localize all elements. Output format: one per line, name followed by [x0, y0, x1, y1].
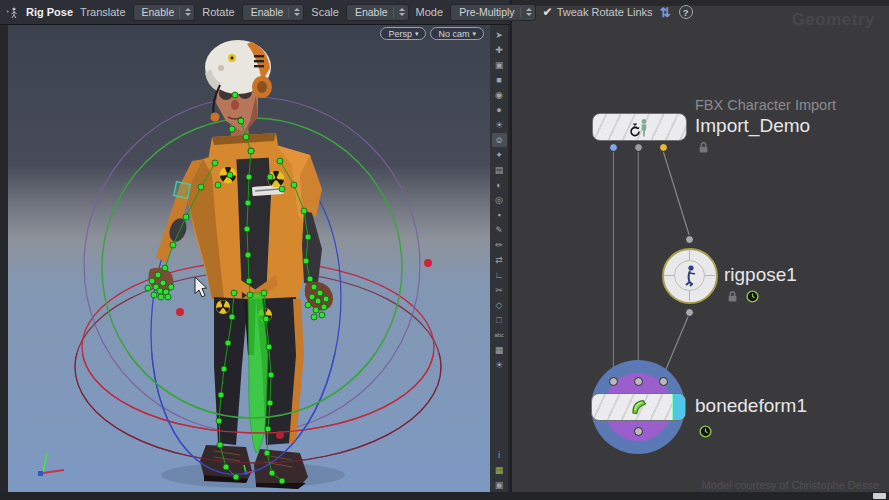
bonedeform-input-dot-3[interactable] — [659, 377, 668, 386]
skeleton-display-icon[interactable]: ✦ — [492, 148, 507, 162]
rig-control-point[interactable] — [305, 234, 311, 240]
rig-control-point[interactable] — [303, 258, 309, 264]
normals-icon[interactable]: ◎ — [492, 193, 507, 207]
rig-control-point[interactable] — [309, 294, 315, 300]
rig-control-point[interactable] — [313, 307, 319, 313]
transform-arrows-icon[interactable]: ⇄ — [492, 253, 507, 267]
rig-control-point[interactable] — [267, 400, 273, 406]
rig-control-point[interactable] — [261, 290, 267, 296]
rig-control-point[interactable] — [155, 272, 161, 278]
snapshot-icon[interactable]: ▣ — [492, 478, 507, 492]
rig-control-point[interactable] — [231, 290, 237, 296]
rotate-enable-dropdown[interactable]: Enable — [242, 4, 305, 21]
bonedeform-input-dot-1[interactable] — [609, 377, 618, 386]
rigpose-input-dot[interactable] — [685, 235, 694, 244]
rig-control-point[interactable] — [279, 186, 285, 192]
rig-control-point[interactable] — [269, 470, 275, 476]
rig-control-point[interactable] — [246, 174, 252, 180]
measure-icon[interactable]: ∟ — [492, 268, 507, 282]
rig-control-point[interactable] — [263, 316, 269, 322]
link-order-icon[interactable]: ⇅ — [660, 5, 671, 20]
text-overlay-icon[interactable]: abc — [492, 328, 507, 342]
bonedeform-flag-segment[interactable] — [672, 394, 685, 420]
rigpose-output-dot[interactable] — [685, 308, 694, 317]
rig-control-point[interactable] — [277, 158, 283, 164]
rig-control-point[interactable] — [245, 252, 251, 258]
rig-control-point[interactable] — [243, 134, 249, 140]
stop-icon[interactable]: □ — [492, 313, 507, 327]
visibility-icon[interactable]: ◉ — [492, 88, 507, 102]
bonedeform-output-dot[interactable] — [634, 427, 643, 436]
rig-control-point[interactable] — [158, 294, 164, 300]
rig-control-point[interactable] — [247, 292, 253, 298]
pan-view-icon[interactable]: ✚ — [492, 43, 507, 57]
background-image-icon[interactable]: ▦ — [492, 343, 507, 357]
rig-control-point[interactable] — [321, 304, 327, 310]
rig-control-point[interactable] — [168, 284, 174, 290]
rig-control-point[interactable] — [149, 278, 155, 284]
bottom-right-handle[interactable] — [873, 493, 886, 499]
rig-control-point[interactable] — [291, 182, 297, 188]
rig-control-point[interactable] — [311, 284, 317, 290]
snip-icon[interactable]: ✂ — [492, 283, 507, 297]
rig-control-point[interactable] — [170, 242, 176, 248]
info-icon[interactable]: i — [492, 448, 507, 462]
translate-enable-dropdown[interactable]: Enable — [133, 4, 196, 21]
rig-control-point[interactable] — [232, 92, 238, 98]
rig-control-point[interactable] — [323, 296, 329, 302]
rig-control-point[interactable] — [264, 450, 270, 456]
rig-control-point[interactable] — [317, 290, 323, 296]
rig-control-point[interactable] — [227, 172, 233, 178]
rig-control-point[interactable] — [223, 464, 229, 470]
network-editor-pane[interactable]: Geometry FBX Character Import Import_Dem… — [510, 0, 889, 500]
pencil-icon[interactable]: ✏ — [492, 238, 507, 252]
rig-control-point[interactable] — [319, 312, 325, 318]
rig-control-point[interactable] — [266, 344, 272, 350]
brush-icon[interactable]: ✎ — [492, 223, 507, 237]
rig-control-point[interactable] — [183, 214, 189, 220]
mode-dropdown[interactable]: Pre-Multiply — [450, 4, 535, 21]
rig-control-point[interactable] — [225, 340, 231, 346]
rig-control-point[interactable] — [151, 292, 157, 298]
rig-control-point[interactable] — [265, 426, 271, 432]
output-dot-blue[interactable] — [609, 143, 618, 152]
rig-control-point[interactable] — [216, 418, 222, 424]
rig-control-point[interactable] — [245, 200, 251, 206]
bonedeform-input-dot-2[interactable] — [634, 377, 643, 386]
persp-camera-pill[interactable]: Persp ▾ — [380, 27, 426, 40]
rig-control-point[interactable] — [233, 474, 239, 480]
rig-control-point[interactable] — [307, 276, 313, 282]
points-display-icon[interactable]: ▪ — [492, 208, 507, 222]
grid-snap-icon[interactable]: ▦ — [492, 463, 507, 477]
rig-control-point[interactable] — [315, 298, 321, 304]
rig-control-point[interactable] — [248, 148, 254, 154]
rig-control-point[interactable] — [157, 288, 163, 294]
rig-control-point[interactable] — [215, 182, 221, 188]
rig-control-point[interactable] — [244, 226, 250, 232]
shaded-mode-icon[interactable]: ● — [492, 103, 507, 117]
rig-control-point[interactable] — [267, 174, 273, 180]
rig-control-point[interactable] — [145, 285, 151, 291]
output-dot-yellow[interactable] — [659, 143, 668, 152]
rig-control-point[interactable] — [217, 442, 223, 448]
mirror-icon[interactable]: ◇ — [492, 298, 507, 312]
tweak-rotate-links-checkbox[interactable]: ✔ Tweak Rotate Links — [543, 6, 653, 18]
rig-control-point[interactable] — [279, 478, 285, 484]
lock-camera-icon[interactable]: ■ — [492, 73, 507, 87]
rig-control-point[interactable] — [301, 208, 307, 214]
bonedeform-node-bar[interactable] — [591, 393, 686, 421]
rig-control-point[interactable] — [218, 392, 224, 398]
rig-control-point[interactable] — [268, 372, 274, 378]
rig-control-point[interactable] — [229, 126, 235, 132]
rig-control-point[interactable] — [162, 265, 168, 271]
rig-control-point[interactable] — [160, 280, 166, 286]
viewport-scene[interactable] — [8, 25, 508, 492]
zoom-region-icon[interactable]: ▣ — [492, 58, 507, 72]
rig-control-point[interactable] — [198, 184, 204, 190]
rig-control-point[interactable] — [229, 314, 235, 320]
help-icon[interactable]: ? — [679, 5, 693, 19]
material-sphere-icon[interactable]: ◐ — [492, 178, 507, 192]
image-plane-icon[interactable]: ▤ — [492, 163, 507, 177]
rig-control-point[interactable] — [305, 302, 311, 308]
lighting-icon[interactable]: ☀ — [492, 118, 507, 132]
